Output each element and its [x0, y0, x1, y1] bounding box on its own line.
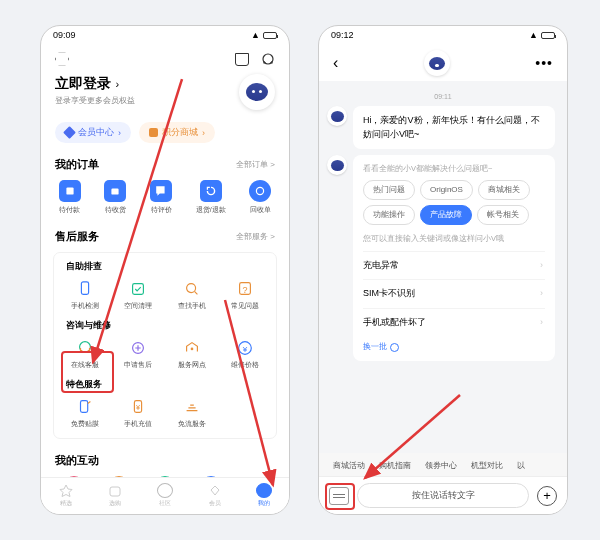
- sug-buy[interactable]: 购机指南: [379, 460, 411, 471]
- avatar[interactable]: [239, 74, 275, 110]
- tab-shop[interactable]: 选购: [107, 483, 123, 508]
- svg-rect-5: [133, 284, 144, 295]
- keyboard-button[interactable]: [329, 487, 349, 505]
- svg-point-11: [190, 348, 193, 351]
- voice-input-button[interactable]: 按住说话转文字: [357, 483, 529, 508]
- tab-mine[interactable]: 我的: [256, 483, 272, 508]
- q-charge[interactable]: 充电异常›: [363, 251, 545, 280]
- orders-title: 我的订单: [55, 157, 99, 172]
- order-pending-receive[interactable]: 待收货: [104, 180, 126, 215]
- svc-space-clean[interactable]: 空间清理: [112, 275, 166, 316]
- svg-point-3: [257, 187, 264, 194]
- after-more[interactable]: 全部服务 >: [236, 231, 275, 242]
- tab-bar: 精选 选购 社区 会员 我的: [41, 477, 289, 514]
- tab-member[interactable]: 会员: [207, 483, 223, 508]
- svc-sub1: 自助排查: [58, 257, 272, 275]
- order-refund[interactable]: 退货/退款: [196, 180, 226, 215]
- svg-point-6: [186, 284, 195, 293]
- settings-hex-icon[interactable]: [55, 52, 69, 66]
- svc-recharge[interactable]: ¥手机充值: [112, 393, 166, 434]
- cat-head: 看看全能的小V都能解决什么问题吧~: [363, 163, 545, 174]
- bot-avatar-icon: [327, 106, 347, 126]
- points-mall-chip[interactable]: 积分商城 ›: [139, 122, 215, 143]
- svc-free-data[interactable]: 免流服务: [165, 393, 219, 434]
- bot-avatar-icon: [327, 155, 347, 175]
- svc-find-phone[interactable]: 查找手机: [165, 275, 219, 316]
- svc-sub3: 特色服务: [58, 375, 272, 393]
- order-pending-pay[interactable]: 待付款: [59, 180, 81, 215]
- after-title: 售后服务: [55, 229, 99, 244]
- status-bar: 09:09 ▲: [41, 26, 289, 44]
- plus-button[interactable]: +: [537, 486, 557, 506]
- service-box: 自助排查 手机检测 空间清理 查找手机 ?常见问题 咨询与维修 在线客服 申请售…: [53, 252, 277, 439]
- login-title[interactable]: 立即登录 ›: [55, 74, 135, 93]
- svg-text:¥: ¥: [242, 345, 248, 354]
- order-pending-review[interactable]: 待评价: [150, 180, 172, 215]
- svc-sub2: 咨询与维修: [58, 316, 272, 334]
- svc-online-cs[interactable]: 在线客服: [58, 334, 112, 375]
- svg-text:?: ?: [243, 285, 248, 295]
- cat-hot[interactable]: 热门问题: [363, 180, 415, 200]
- member-center-chip[interactable]: 会员中心 ›: [55, 122, 131, 143]
- cat-mall[interactable]: 商城相关: [478, 180, 530, 200]
- chat-avatar: [424, 50, 450, 76]
- cat-product-fault[interactable]: 产品故障: [420, 205, 472, 225]
- input-bar: 按住说话转文字 +: [319, 476, 567, 514]
- status-time-r: 09:12: [331, 30, 354, 40]
- tab-community[interactable]: 社区: [157, 483, 173, 508]
- orders-more[interactable]: 全部订单 >: [236, 159, 275, 170]
- sug-coupon[interactable]: 领券中心: [425, 460, 457, 471]
- cat-originos[interactable]: OriginOS: [420, 180, 473, 200]
- status-icons: ▲: [251, 30, 277, 40]
- q-broken[interactable]: 手机或配件坏了›: [363, 308, 545, 337]
- svg-rect-4: [81, 282, 88, 295]
- headset-icon[interactable]: [261, 52, 275, 66]
- more-button[interactable]: •••: [535, 55, 553, 71]
- svc-phone-check[interactable]: 手机检测: [58, 275, 112, 316]
- sug-mall[interactable]: 商城活动: [333, 460, 365, 471]
- sug-compare[interactable]: 机型对比: [471, 460, 503, 471]
- svg-rect-14: [80, 401, 87, 413]
- swap-batch[interactable]: 换一批: [363, 341, 545, 353]
- cart-icon[interactable]: [235, 53, 249, 66]
- sug-more[interactable]: 以: [517, 460, 525, 471]
- back-button[interactable]: ‹: [333, 54, 338, 72]
- suggestion-bar: 商城活动 购机指南 领券中心 机型对比 以: [319, 453, 567, 478]
- svg-rect-1: [66, 187, 73, 194]
- cat-function[interactable]: 功能操作: [363, 205, 415, 225]
- tab-featured[interactable]: 精选: [58, 483, 74, 508]
- q-sim[interactable]: SIM卡不识别›: [363, 279, 545, 308]
- interact-title: 我的互动: [55, 453, 99, 468]
- q-head: 您可以直接输入关键词或像这样问小V哦: [363, 233, 545, 244]
- chat-time: 09:11: [319, 93, 567, 100]
- svc-free-film[interactable]: 免费贴膜: [58, 393, 112, 434]
- svg-rect-17: [110, 487, 120, 496]
- login-subtitle: 登录享受更多会员权益: [55, 95, 135, 106]
- svg-rect-2: [112, 189, 119, 195]
- svc-repair-price[interactable]: ¥维修价格: [219, 334, 273, 375]
- category-bubble: 看看全能的小V都能解决什么问题吧~ 热门问题 OriginOS 商城相关 功能操…: [353, 155, 555, 361]
- svg-text:¥: ¥: [136, 403, 141, 412]
- svc-faq[interactable]: ?常见问题: [219, 275, 273, 316]
- greeting-bubble: Hi，亲爱的V粉，新年快乐！有什么问题，不妨问问小V吧~: [353, 106, 555, 149]
- cat-account[interactable]: 帐号相关: [477, 205, 529, 225]
- status-time: 09:09: [53, 30, 76, 40]
- status-bar-r: 09:12 ▲: [319, 26, 567, 44]
- svc-apply-after[interactable]: 申请售后: [112, 334, 166, 375]
- order-recycle[interactable]: 回收单: [249, 180, 271, 215]
- svc-service-point[interactable]: 服务网点: [165, 334, 219, 375]
